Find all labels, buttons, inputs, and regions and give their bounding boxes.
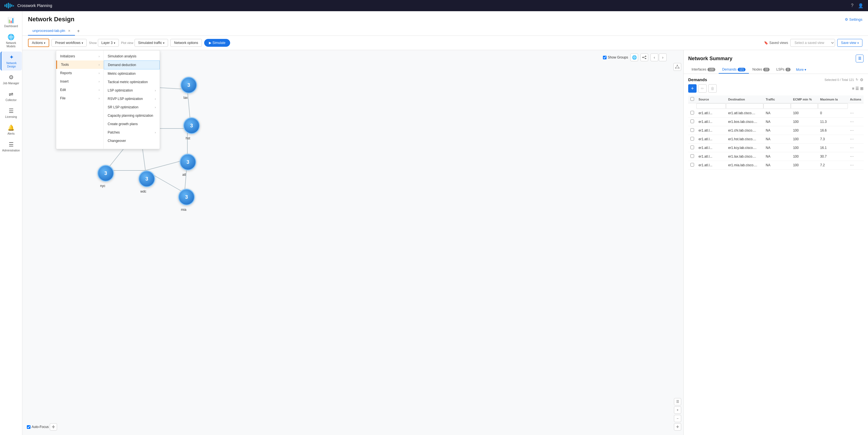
dropdown-item-edit[interactable]: Edit › [56, 86, 103, 94]
dropdown-item-metric-optimization[interactable]: Metric optimization [104, 69, 160, 78]
sidebar-item-job-manager[interactable]: ⚙ Job Manager [1, 72, 22, 87]
dropdown-item-tactical-metric[interactable]: Tactical metric optimization [104, 78, 160, 86]
dropdown-item-insert[interactable]: Insert › [56, 77, 103, 86]
delete-demand-button[interactable]: 🗑 [708, 84, 717, 93]
sidebar-item-network-design[interactable]: ✦ Network Design [1, 52, 22, 70]
filter-source-input[interactable] [696, 103, 726, 109]
list-view-icon[interactable]: ☰ [856, 86, 859, 91]
settings-link[interactable]: ⚙ Settings [845, 17, 862, 22]
select-all-checkbox[interactable] [690, 97, 694, 101]
row-checkbox-cell[interactable] [688, 109, 696, 118]
map-area[interactable]: Initializers › Tools › Reports › [22, 50, 683, 435]
sidebar-item-dashboard[interactable]: 📊 Dashboard [1, 14, 22, 30]
tab-add-button[interactable]: + [75, 27, 82, 35]
table-row[interactable]: er1.atl.l... er1.lax.lab.cisco.... NA 10… [688, 152, 864, 161]
sidebar-item-licensing[interactable]: ☰ Licensing [1, 105, 22, 121]
filter-traffic-cell[interactable] [764, 103, 791, 109]
demands-refresh-icon[interactable]: ↻ [856, 78, 858, 82]
user-icon[interactable]: 👤 [858, 3, 864, 8]
table-row[interactable]: er1.atl.l... er1.mia.lab.cisco.... NA 10… [688, 161, 864, 170]
row-checkbox-1[interactable] [690, 119, 694, 123]
row-actions-5[interactable]: ··· [848, 152, 864, 161]
edit-demand-button[interactable]: ✏ [698, 84, 707, 93]
map-zoom-in-button[interactable]: + [674, 406, 681, 414]
table-row[interactable]: er1.atl.l... er1.bos.lab.cisco.... NA 10… [688, 118, 864, 126]
col-traffic-header[interactable]: Traffic [764, 95, 791, 103]
table-row[interactable]: er1.atl.l... er1.chi.lab.cisco.... NA 10… [688, 126, 864, 135]
dropdown-col2-scroll[interactable]: Simulation analysis Demand deduction Met… [104, 52, 160, 147]
show-groups-checkbox-label[interactable]: Show Groups [603, 55, 628, 59]
summary-tab-demands[interactable]: Demands 121 [719, 66, 749, 74]
node-hst[interactable]: 3 [183, 117, 200, 134]
dropdown-item-changeover[interactable]: Changeover [104, 137, 160, 145]
map-forward-button[interactable]: › [659, 54, 666, 61]
row-checkbox-6[interactable] [690, 163, 694, 167]
sidebar-item-network-models[interactable]: 🌐 Network Models [1, 31, 22, 50]
dropdown-item-initializers[interactable]: Initializers › [56, 52, 103, 60]
filter-source-cell[interactable] [696, 103, 726, 109]
summary-tab-interfaces[interactable]: Interfaces 100 [688, 66, 719, 74]
row-checkbox-cell[interactable] [688, 152, 696, 161]
row-actions-4[interactable]: ··· [848, 144, 864, 152]
summary-tab-nodes[interactable]: Nodes 33 [749, 66, 773, 74]
row-checkbox-5[interactable] [690, 154, 694, 158]
table-row[interactable]: er1.atl.l... er1.hst.lab.cisco.... NA 10… [688, 135, 864, 144]
row-checkbox-2[interactable] [690, 128, 694, 132]
row-checkbox-3[interactable] [690, 137, 694, 141]
node-lax[interactable]: 3 [180, 77, 197, 93]
demands-table[interactable]: Source Destination Traffic ECMP min % Ma… [688, 95, 864, 432]
node-mia[interactable]: 3 [178, 188, 195, 205]
map-crosshair-button[interactable]: ✛ [674, 423, 681, 431]
row-checkbox-0[interactable] [690, 111, 694, 115]
row-checkbox-cell[interactable] [688, 144, 696, 152]
col-maximum-la-header[interactable]: Maximum la [818, 95, 848, 103]
tab-unprocessed[interactable]: unprocessed-lab.pln ✕ [28, 26, 75, 35]
row-actions-1[interactable]: ··· [848, 118, 864, 126]
filter-traffic-input[interactable] [764, 103, 791, 109]
sidebar-item-alerts[interactable]: 🔔 Alerts [1, 122, 22, 138]
row-checkbox-cell[interactable] [688, 161, 696, 170]
dropdown-item-create-growth-plans[interactable]: Create growth plans [104, 120, 160, 128]
row-checkbox-cell[interactable] [688, 118, 696, 126]
topology-button[interactable] [673, 63, 681, 71]
more-tabs-button[interactable]: More ▾ [794, 67, 809, 73]
row-actions-2[interactable]: ··· [848, 126, 864, 135]
dropdown-item-demand-deduction[interactable]: Demand deduction [104, 60, 160, 69]
col-destination-header[interactable]: Destination [726, 95, 764, 103]
filter-maximum-la-input[interactable] [818, 103, 848, 109]
row-actions-0[interactable]: ··· [848, 109, 864, 118]
column-view-icon[interactable]: ⊞ [860, 86, 864, 91]
filter-ecmp-input[interactable] [791, 103, 818, 109]
sidebar-item-collector[interactable]: ⇌ Collector [1, 88, 22, 104]
dropdown-item-patches[interactable]: Patches › [104, 128, 160, 137]
row-actions-6[interactable]: ··· [848, 161, 864, 170]
show-groups-checkbox[interactable] [603, 56, 607, 59]
saved-views-dropdown[interactable]: Select a saved view [790, 39, 835, 47]
map-settings-button[interactable]: ✛ [50, 423, 57, 431]
filter-destination-cell[interactable] [726, 103, 764, 109]
autofocus-checkbox-label[interactable]: Auto-Focus [27, 425, 49, 429]
demands-settings-icon[interactable]: ⚙ [860, 78, 864, 82]
filter-icon[interactable]: ≡ [852, 86, 854, 91]
simulate-button[interactable]: ▶ Simulate [204, 39, 230, 47]
simulated-traffic-button[interactable]: Simulated traffic ▾ [134, 39, 168, 47]
dropdown-item-file[interactable]: File › [56, 94, 103, 103]
dropdown-item-rsvp-lsp[interactable]: RSVP LSP optimization › [104, 95, 160, 103]
layer-button[interactable]: Layer 3 ▾ [98, 39, 119, 47]
row-checkbox-4[interactable] [690, 146, 694, 149]
map-zoom-out-button[interactable]: − [674, 415, 681, 422]
preset-workflows-button[interactable]: Preset workflows ▾ [52, 39, 87, 47]
node-nyc[interactable]: 3 [97, 165, 114, 182]
filter-ecmp-cell[interactable] [791, 103, 818, 109]
map-list-icon-button[interactable]: ☰ [674, 398, 681, 405]
help-icon[interactable]: ? [851, 3, 854, 8]
tab-close-icon[interactable]: ✕ [68, 29, 70, 32]
dropdown-item-diagnostics[interactable]: Diagnostics › [104, 145, 160, 147]
row-checkbox-cell[interactable] [688, 135, 696, 144]
globe-view-button[interactable]: 🌐 [630, 54, 638, 61]
node-atl[interactable]: 3 [180, 154, 196, 171]
dropdown-item-lsp-optimization[interactable]: LSP optimization › [104, 86, 160, 95]
dropdown-item-capacity-planning[interactable]: Capacity planning optimization [104, 111, 160, 120]
summary-list-view-button[interactable]: ☰ [856, 55, 864, 62]
filter-maximum-la-cell[interactable] [818, 103, 848, 109]
